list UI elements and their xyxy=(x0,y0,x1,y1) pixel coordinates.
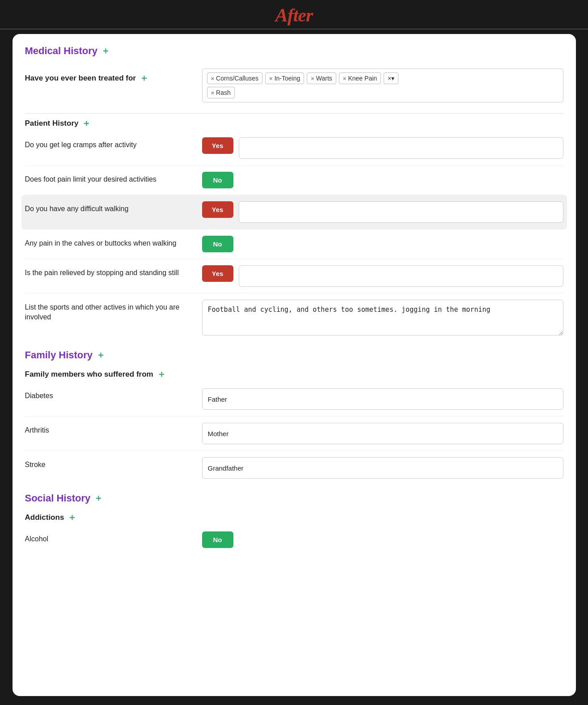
tag-intoeing-remove[interactable]: × xyxy=(269,75,273,82)
medical-history-title: Medical History xyxy=(25,45,98,57)
family-members-label: Family members who suffered from ＋ xyxy=(25,368,563,380)
alcohol-row: Alcohol No xyxy=(25,525,563,554)
difficult-walking-label: Do you have any difficult walking xyxy=(25,201,195,214)
alcohol-controls: No xyxy=(202,531,563,548)
pain-relieved-label: Is the pain relieved by stopping and sta… xyxy=(25,265,195,278)
social-history-title: Social History xyxy=(25,493,91,504)
family-members-text: Family members who suffered from xyxy=(25,370,153,379)
logo: After xyxy=(275,4,313,26)
family-history-add-icon[interactable]: ＋ xyxy=(96,349,105,361)
alcohol-no-btn[interactable]: No xyxy=(202,531,233,548)
patient-history-add-icon[interactable]: ＋ xyxy=(82,117,91,129)
question-pain-relieved: Is the pain relieved by stopping and sta… xyxy=(25,259,563,293)
leg-cramps-input[interactable] xyxy=(239,137,563,159)
pain-calves-no-btn[interactable]: No xyxy=(202,236,233,252)
patient-history-header: Patient History ＋ xyxy=(25,117,563,129)
arthritis-label: Arthritis xyxy=(25,423,195,435)
sports-textarea[interactable]: Football and cycling, and others too som… xyxy=(202,300,563,336)
treated-for-label: Have you ever been treated for ＋ xyxy=(25,68,195,84)
tag-warts-label: Warts xyxy=(316,75,332,82)
tag-kneepain-label: Knee Pain xyxy=(348,75,377,82)
foot-pain-controls: No xyxy=(202,172,563,188)
treated-for-row: Have you ever been treated for ＋ × Corns… xyxy=(25,64,563,110)
tags-container: × Corns/Calluses × In-Toeing × Warts × xyxy=(202,68,563,102)
tags-row-2: × Rash xyxy=(207,87,558,98)
patient-history-section: Patient History ＋ Do you get leg cramps … xyxy=(25,117,563,342)
tag-corns-label: Corns/Calluses xyxy=(216,75,258,82)
divider-1 xyxy=(25,113,563,114)
question-sports: List the sports and other actives in whi… xyxy=(25,293,563,342)
sports-label: List the sports and other actives in whi… xyxy=(25,300,195,323)
arthritis-controls xyxy=(202,423,563,444)
tag-dropdown-icon: ×▾ xyxy=(388,75,394,82)
tags-row: × Corns/Calluses × In-Toeing × Warts × xyxy=(207,72,558,84)
family-history-header: Family History ＋ xyxy=(25,349,563,361)
pain-relieved-controls: Yes xyxy=(202,265,563,287)
top-header: After xyxy=(0,0,588,30)
tag-rash: × Rash xyxy=(207,87,235,98)
question-leg-cramps: Do you get leg cramps after activity Yes xyxy=(25,131,563,166)
pain-calves-label: Any pain in the calves or buttocks when … xyxy=(25,236,195,248)
addictions-add-icon[interactable]: ＋ xyxy=(68,511,76,523)
tag-warts: × Warts xyxy=(307,72,336,84)
arthritis-input[interactable] xyxy=(202,423,563,444)
social-history-section: Social History ＋ Addictions ＋ Alcohol No xyxy=(25,492,563,554)
family-history-title: Family History xyxy=(25,349,93,361)
tag-intoeing-label: In-Toeing xyxy=(275,75,300,82)
tag-corns-remove[interactable]: × xyxy=(211,75,215,82)
alcohol-label: Alcohol xyxy=(25,531,195,544)
stroke-label: Stroke xyxy=(25,457,195,470)
question-pain-calves: Any pain in the calves or buttocks when … xyxy=(25,229,563,259)
diabetes-label: Diabetes xyxy=(25,388,195,401)
pain-relieved-yes-btn[interactable]: Yes xyxy=(202,265,233,282)
pain-relieved-input[interactable] xyxy=(239,265,563,287)
family-arthritis-row: Arthritis xyxy=(25,416,563,451)
patient-history-title: Patient History xyxy=(25,119,79,128)
leg-cramps-label: Do you get leg cramps after activity xyxy=(25,137,195,150)
difficult-walking-input[interactable] xyxy=(239,201,563,223)
tag-rash-label: Rash xyxy=(216,89,231,96)
addictions-text: Addictions xyxy=(25,513,64,522)
main-card: Medical History ＋ Have you ever been tre… xyxy=(13,34,576,696)
family-history-section: Family History ＋ Family members who suff… xyxy=(25,349,563,485)
pain-calves-controls: No xyxy=(202,236,563,252)
diabetes-input[interactable] xyxy=(202,388,563,410)
medical-history-header: Medical History ＋ xyxy=(25,45,563,57)
social-history-header: Social History ＋ xyxy=(25,492,563,504)
difficult-walking-controls: Yes xyxy=(202,201,563,223)
social-history-add-icon[interactable]: ＋ xyxy=(94,492,103,504)
treated-for-add-icon[interactable]: ＋ xyxy=(140,72,148,84)
tag-rash-remove[interactable]: × xyxy=(211,89,215,96)
tag-kneepain: × Knee Pain xyxy=(339,72,381,84)
tag-dropdown[interactable]: ×▾ xyxy=(384,72,398,84)
tag-intoeing: × In-Toeing xyxy=(265,72,304,84)
leg-cramps-yes-btn[interactable]: Yes xyxy=(202,137,233,154)
tag-kneepain-remove[interactable]: × xyxy=(343,75,347,82)
family-diabetes-row: Diabetes xyxy=(25,382,563,416)
family-stroke-row: Stroke xyxy=(25,451,563,485)
addictions-label: Addictions ＋ xyxy=(25,511,563,523)
difficult-walking-yes-btn[interactable]: Yes xyxy=(202,201,233,218)
family-members-add-icon[interactable]: ＋ xyxy=(157,368,166,380)
tag-warts-remove[interactable]: × xyxy=(311,75,314,82)
diabetes-controls xyxy=(202,388,563,410)
question-foot-pain: Does foot pain limit your desired activi… xyxy=(25,166,563,195)
stroke-input[interactable] xyxy=(202,457,563,479)
sports-controls: Football and cycling, and others too som… xyxy=(202,300,563,336)
question-difficult-walking: Do you have any difficult walking Yes xyxy=(21,195,567,229)
tag-corns: × Corns/Calluses xyxy=(207,72,263,84)
foot-pain-label: Does foot pain limit your desired activi… xyxy=(25,172,195,184)
medical-history-add-icon[interactable]: ＋ xyxy=(101,45,110,57)
leg-cramps-controls: Yes xyxy=(202,137,563,159)
page-wrapper: After Medical History ＋ Have you ever be… xyxy=(0,0,588,705)
stroke-controls xyxy=(202,457,563,479)
foot-pain-no-btn[interactable]: No xyxy=(202,172,233,188)
medical-history-section: Medical History ＋ Have you ever been tre… xyxy=(25,45,563,342)
